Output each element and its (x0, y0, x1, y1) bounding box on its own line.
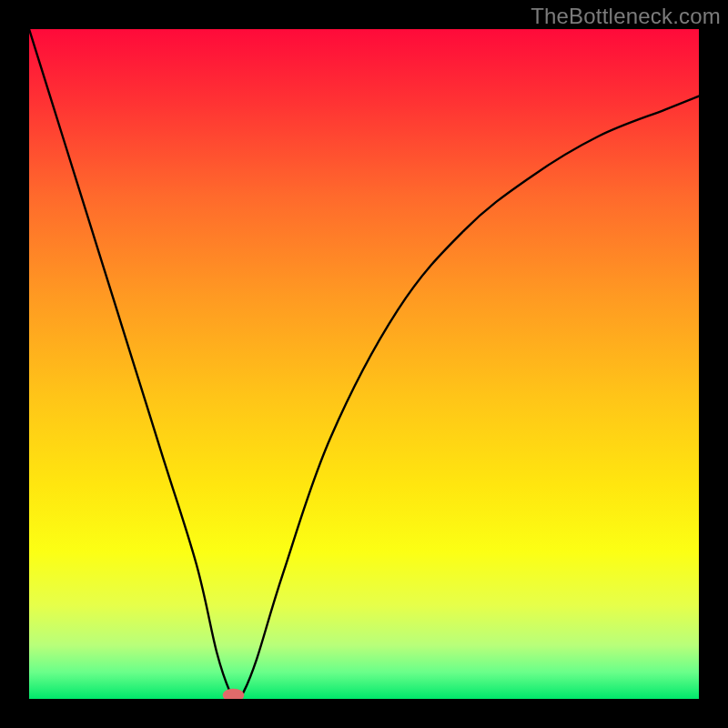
watermark-text: TheBottleneck.com (531, 4, 721, 29)
chart-curve (29, 29, 699, 699)
chart-svg (29, 29, 699, 699)
minimum-marker (223, 689, 245, 699)
chart-plot-area (29, 29, 699, 699)
